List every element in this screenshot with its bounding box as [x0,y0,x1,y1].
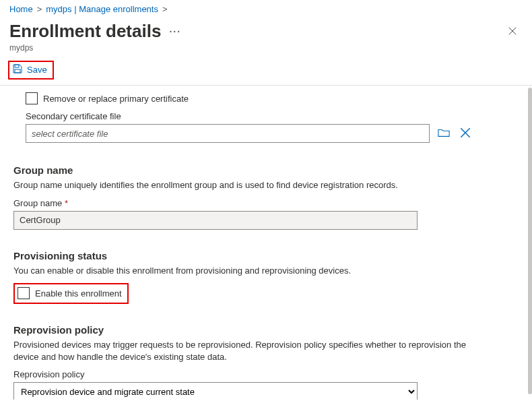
content: Remove or replace primary certificate Se… [0,86,532,400]
close-button[interactable] [502,24,523,41]
certificate-group: Remove or replace primary certificate Se… [26,92,516,143]
breadcrumb-mydps-enrollments[interactable]: mydps | Manage enrollments [46,4,158,14]
page-title-row: Enrollment details ··· [9,21,181,42]
group-name-field-label: Group name [13,198,516,208]
scrollbar-track[interactable] [527,86,532,400]
group-name-heading: Group name [13,164,516,176]
secondary-cert-label: Secondary certificate file [26,111,516,121]
group-name-section: Group name Group name uniquely identifie… [13,164,516,230]
save-button-label: Save [27,65,47,75]
remove-primary-cert-row[interactable]: Remove or replace primary certificate [26,92,516,104]
svg-rect-2 [15,65,19,67]
clear-file-button[interactable] [458,125,473,142]
reprovision-policy-section: Reprovision policy Provisioned devices m… [13,324,516,400]
close-icon [459,131,471,141]
provisioning-status-heading: Provisioning status [13,250,516,261]
provisioning-status-desc: You can enable or disable this enrollmen… [13,265,485,277]
reprovision-policy-select[interactable]: Reprovision device and migrate current s… [13,382,418,400]
provisioning-status-section: Provisioning status You can enable or di… [13,250,516,305]
save-icon [12,63,23,76]
secondary-cert-input[interactable] [26,124,430,143]
close-icon [508,26,517,38]
enable-enrollment-highlight: Enable this enrollment [13,283,129,304]
remove-primary-cert-checkbox[interactable] [26,92,38,104]
page-subtitle: mydps [0,43,532,57]
breadcrumb-sep-2: > [162,4,168,14]
enable-enrollment-label: Enable this enrollment [35,288,122,299]
scroll-area: Remove or replace primary certificate Se… [0,86,532,400]
toolbar: Save [0,57,532,84]
group-name-desc: Group name uniquely identifies the enrol… [13,179,485,191]
svg-rect-3 [15,69,20,73]
folder-icon [438,131,450,141]
reprovision-policy-desc: Provisioned devices may trigger requests… [13,339,485,363]
browse-file-button[interactable] [436,125,451,142]
secondary-cert-row [26,124,516,143]
scrollbar-thumb[interactable] [528,88,532,394]
breadcrumb-sep-1: > [37,4,42,14]
remove-primary-cert-label: Remove or replace primary certificate [43,94,189,104]
group-name-input [13,211,418,230]
page-title: Enrollment details [9,21,161,42]
enable-enrollment-checkbox[interactable] [18,287,30,299]
page-header: Enrollment details ··· [0,17,532,43]
more-icon[interactable]: ··· [169,26,181,37]
save-button[interactable]: Save [8,61,54,80]
breadcrumb-home[interactable]: Home [9,4,33,14]
reprovision-policy-field-label: Reprovision policy [13,369,516,379]
breadcrumb: Home > mydps | Manage enrollments > [0,0,532,17]
reprovision-policy-heading: Reprovision policy [13,324,516,336]
